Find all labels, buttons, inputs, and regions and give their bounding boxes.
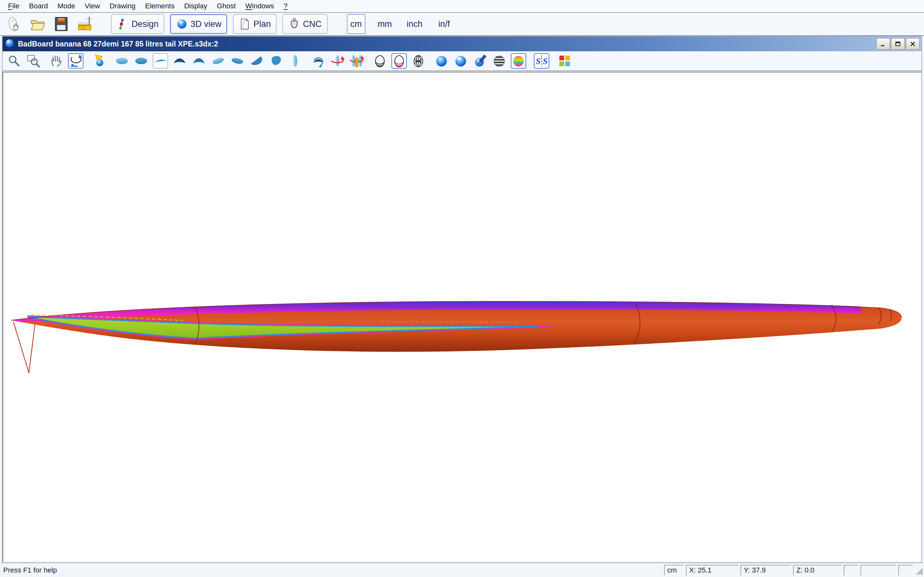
measurements-button[interactable]: 1 0 [76,14,94,34]
svg-text:S: S [536,56,541,66]
resize-grip[interactable] [915,567,923,576]
view-quarter-right-icon [269,54,283,68]
status-help-text: Press F1 for help [0,566,664,574]
zoom-icon [7,54,21,68]
minimize-button[interactable] [877,38,890,50]
light-button[interactable] [91,53,107,69]
design-mode-button[interactable]: Design [111,14,164,34]
board-bottom-button[interactable] [134,53,149,69]
zoom-window-icon [26,54,40,68]
contour-lines-button[interactable] [372,53,388,69]
cnc-icon [288,18,300,30]
document-title: BadBoard banana 68 27demi 167 85 litres … [18,40,877,48]
render-zebra-button[interactable] [491,53,507,69]
view-back-icon [192,54,206,68]
view-tilt-right-button[interactable] [230,53,245,69]
contour-lines-red-icon [392,54,406,68]
unit-cm[interactable]: cm [347,14,365,34]
contour-lines-red-button[interactable] [391,53,407,69]
menu-item-drawing[interactable]: Drawing [105,0,141,12]
board-3d-render [3,73,921,562]
menu-item-mode[interactable]: Mode [53,0,80,12]
rotate-3d-icon [69,54,83,68]
render-curvature-button[interactable] [511,53,526,69]
symmetry-icon: SS [535,54,549,68]
view-tilt-left-button[interactable] [210,53,226,69]
status-panel-empty [861,565,897,576]
menu-item-ghost[interactable]: Ghost [212,0,241,12]
rotate-board-button[interactable] [330,53,345,69]
zoom-button[interactable] [6,53,22,69]
menu-item-elements[interactable]: Elements [140,0,179,12]
maximize-icon [895,41,901,47]
menu-item-file[interactable]: File [3,0,24,12]
save-file-button[interactable] [52,14,71,34]
symmetry-button[interactable]: SS [534,53,549,69]
3d-view-mode-button[interactable]: 3D view [170,14,227,34]
status-panel-empty [844,565,859,576]
flip-rocker-icon [311,54,325,68]
render-smooth-button[interactable] [453,53,468,69]
plan-icon [239,18,251,30]
view-quarter-left-button[interactable] [249,53,264,69]
open-file-button[interactable] [28,14,47,34]
board-rocker-button[interactable] [153,53,168,69]
view-quarter-right-button[interactable] [268,53,284,69]
status-bar: Press F1 for help cmX: 25.1Y: 37.9Z: 0.0 [0,563,924,577]
status-panel-x: X: 25.1 [686,565,738,576]
board-outline-icon [288,54,302,68]
document-window: BadBoard banana 68 27demi 167 85 litres … [2,36,922,563]
board-top-icon [115,54,129,68]
unit-in-f[interactable]: in/f [435,14,453,34]
view-tilt-left-icon [211,54,225,68]
render-shaded-button[interactable] [434,53,449,69]
menu-item-view[interactable]: View [80,0,105,12]
svg-text:S: S [543,56,548,66]
board-outline-button[interactable] [288,53,303,69]
cnc-mode-button[interactable]: CNC [282,14,328,34]
view-3d-icon [176,18,188,30]
pan-icon [49,54,63,68]
board-top-button[interactable] [114,53,129,69]
close-button[interactable] [906,38,919,50]
maximize-button[interactable] [891,38,905,50]
view-toolbar: SS [3,51,921,71]
menu-item-display[interactable]: Display [179,0,212,12]
wireframe-icon [411,54,425,68]
measurements-icon: 1 0 [77,16,94,32]
new-board-button[interactable] [5,14,23,34]
unit-inch[interactable]: inch [404,14,425,34]
main-toolbar: 1 0 Design3D viewPlanCNC cmmminchin/f [0,13,924,36]
flip-rocker-button[interactable] [310,53,326,69]
rotate-board-vertical-button[interactable] [349,53,365,69]
menu-item-windows[interactable]: Windows [241,0,279,12]
plan-mode-button[interactable]: Plan [233,14,276,34]
wireframe-button[interactable] [411,53,426,69]
render-smooth-icon [454,54,468,68]
view-tilt-right-icon [230,54,244,68]
color-palette-icon [557,54,572,68]
menu-item-help[interactable]: ? [279,0,292,12]
render-zebra-icon [492,54,506,68]
zoom-window-button[interactable] [26,53,41,69]
document-icon [5,38,15,50]
unit-mm[interactable]: mm [375,14,395,34]
color-palette-button[interactable] [557,53,572,69]
svg-text:1 0: 1 0 [81,26,86,30]
render-paint-button[interactable] [472,53,488,69]
new-board-icon [5,16,22,32]
render-paint-icon [473,54,487,68]
menu-item-board[interactable]: Board [24,0,53,12]
rotate-3d-button[interactable] [68,53,83,69]
light-icon [92,54,106,68]
document-titlebar[interactable]: BadBoard banana 68 27demi 167 85 litres … [3,37,921,51]
pan-button[interactable] [49,53,64,69]
close-icon [909,41,916,47]
status-panel-z: Z: 0.0 [793,565,842,576]
view-back-button[interactable] [191,53,207,69]
board-bottom-icon [134,54,148,68]
menu-bar: FileBoardModeViewDrawingElementsDisplayG… [0,0,924,13]
view-front-button[interactable] [172,53,187,69]
rotate-board-vertical-icon [350,54,364,68]
canvas-3d-viewport[interactable] [3,72,921,562]
